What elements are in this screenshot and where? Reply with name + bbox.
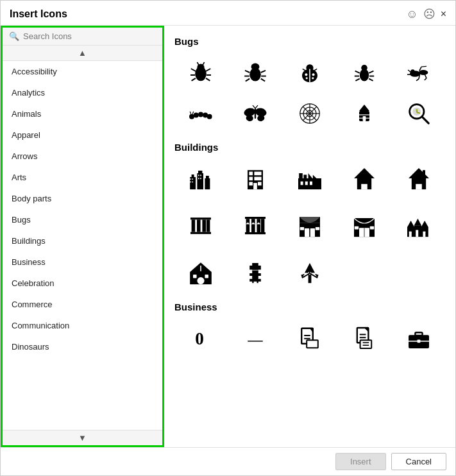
bug-icon-2[interactable]	[229, 53, 281, 92]
svg-rect-105	[301, 182, 303, 185]
close-button[interactable]: ×	[441, 9, 446, 19]
svg-rect-181	[416, 332, 423, 336]
city-buildings-icon[interactable]	[174, 159, 226, 198]
bee-icon[interactable]	[339, 53, 391, 92]
rowhouses-icon[interactable]	[393, 207, 445, 245]
svg-line-44	[425, 78, 426, 80]
svg-point-48	[198, 112, 203, 117]
magnify-bug-icon[interactable]: 🐛	[393, 94, 445, 133]
minus-doc-icon[interactable]	[229, 319, 281, 357]
svg-marker-141	[414, 219, 421, 225]
svg-point-23	[306, 77, 308, 79]
svg-rect-115	[190, 217, 211, 219]
sidebar-item-analytics[interactable]: Analytics	[3, 82, 162, 103]
sidebar-item-arrows[interactable]: Arrows	[3, 146, 162, 167]
sidebar-item-celebration[interactable]: Celebration	[3, 273, 162, 294]
butterfly-icon[interactable]	[229, 94, 281, 133]
windmill-icon[interactable]	[283, 254, 335, 293]
sidebar-item-business[interactable]: Business	[3, 251, 162, 273]
svg-rect-117	[191, 219, 195, 232]
columns-icon[interactable]	[174, 207, 226, 245]
sidebar-item-bugs[interactable]: Bugs	[3, 209, 162, 230]
beehive-icon[interactable]	[339, 94, 391, 133]
svg-line-5	[206, 69, 210, 71]
svg-rect-130	[300, 227, 304, 230]
category-list: Accessibility Analytics Animals Apparel …	[3, 61, 162, 430]
svg-rect-122	[245, 232, 266, 234]
insert-button[interactable]: Insert	[335, 453, 386, 470]
spiderweb-icon[interactable]	[283, 94, 335, 133]
svg-point-11	[251, 64, 259, 71]
empty-cell-1	[339, 254, 391, 293]
svg-rect-152	[200, 266, 201, 271]
section-title-business: Business	[174, 302, 445, 312]
barn-icon[interactable]	[174, 254, 226, 293]
arch-columns-icon[interactable]	[229, 207, 281, 245]
smiley-icon[interactable]: ☺	[406, 8, 418, 21]
svg-rect-83	[192, 178, 193, 180]
svg-rect-113	[416, 184, 423, 190]
svg-rect-91	[249, 172, 253, 176]
cancel-button[interactable]: Cancel	[391, 453, 446, 470]
house-chimney-icon[interactable]	[393, 159, 445, 198]
svg-rect-169	[248, 341, 263, 342]
svg-rect-101	[299, 173, 303, 179]
svg-rect-85	[192, 182, 193, 183]
svg-rect-124	[251, 219, 255, 232]
number-icon[interactable]: 0	[174, 319, 226, 357]
sidebar-item-apparel[interactable]: Apparel	[3, 124, 162, 146]
svg-line-42	[416, 79, 419, 81]
caterpillar-icon[interactable]	[174, 94, 226, 133]
doc-icon-1[interactable]	[283, 319, 335, 357]
store-icon[interactable]	[339, 207, 391, 245]
tower-icon[interactable]	[229, 254, 281, 293]
svg-line-8	[197, 62, 198, 65]
svg-rect-177	[360, 340, 372, 348]
sidebar-item-animals[interactable]: Animals	[3, 103, 162, 124]
svg-line-32	[369, 71, 373, 73]
svg-rect-96	[258, 177, 262, 181]
svg-rect-123	[246, 219, 249, 232]
svg-rect-183	[418, 339, 421, 343]
svg-line-34	[369, 79, 373, 81]
shop-awning-icon[interactable]	[283, 207, 335, 245]
svg-rect-155	[249, 273, 261, 276]
factory-icon[interactable]	[283, 159, 335, 198]
search-input[interactable]	[23, 31, 156, 41]
svg-rect-107	[310, 182, 312, 185]
svg-marker-104	[313, 174, 317, 178]
svg-text:🐛: 🐛	[415, 108, 421, 114]
svg-point-50	[207, 114, 212, 119]
sidebar-item-arts[interactable]: Arts	[3, 167, 162, 188]
svg-rect-119	[202, 219, 206, 232]
svg-rect-173	[307, 340, 318, 348]
svg-rect-116	[190, 232, 211, 234]
sidebar-item-buildings[interactable]: Buildings	[3, 230, 162, 251]
sidebar-scroll-down[interactable]: ▼	[3, 430, 162, 445]
svg-marker-143	[421, 221, 428, 227]
sidebar-scroll-up[interactable]: ▲	[3, 46, 162, 61]
sidebar-item-commerce[interactable]: Commerce	[3, 294, 162, 315]
briefcase-icon[interactable]	[393, 319, 445, 357]
svg-line-2	[190, 69, 195, 71]
section-title-bugs: Bugs	[174, 36, 445, 47]
svg-rect-82	[190, 178, 191, 180]
sidebar-item-body-parts[interactable]: Body parts	[3, 188, 162, 209]
content-area: 🔍 ▲ Accessibility Analytics Animals Appa…	[1, 26, 455, 447]
svg-line-12	[245, 71, 249, 72]
doc-icon-2[interactable]	[339, 319, 391, 357]
ladybug-icon[interactable]	[283, 53, 335, 92]
sad-icon[interactable]: ☹	[423, 7, 435, 21]
svg-rect-144	[409, 232, 412, 237]
house-icon[interactable]	[339, 159, 391, 198]
apartment-icon[interactable]	[229, 159, 281, 198]
sidebar-item-accessibility[interactable]: Accessibility	[3, 61, 162, 82]
grasshopper-icon[interactable]	[393, 53, 445, 92]
sidebar-item-dinosaurs[interactable]: Dinosaurs	[3, 336, 162, 357]
svg-rect-149	[197, 277, 204, 284]
bug-icon-1[interactable]	[174, 53, 226, 92]
svg-point-22	[312, 73, 315, 76]
sidebar-item-communication[interactable]: Communication	[3, 315, 162, 336]
svg-line-52	[192, 112, 194, 114]
svg-line-14	[246, 79, 249, 81]
